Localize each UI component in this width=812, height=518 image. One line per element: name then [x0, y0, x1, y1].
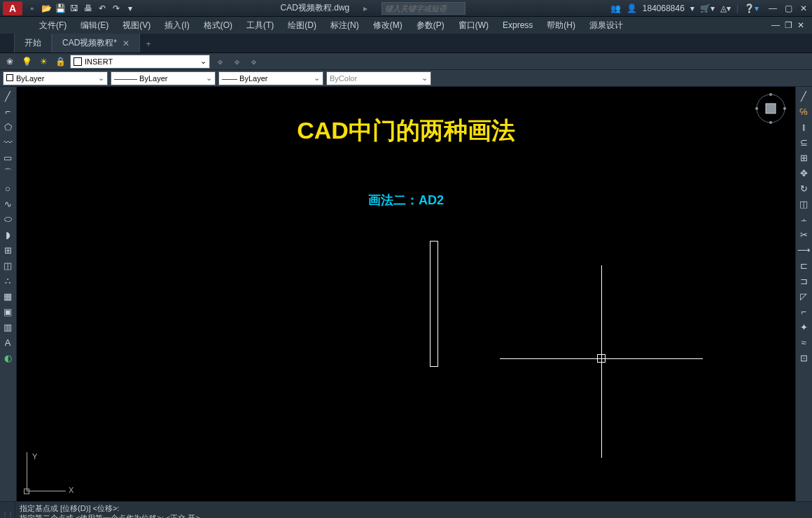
menu-insert[interactable]: 插入(I) — [158, 17, 196, 34]
modify-toolbar: ╱ ℅ ⫿ ⊆ ⊞ ✥ ↻ ◫ ⫠ ✂ ⟶ ⊏ ⊐ ◸ ⌐ ✦ ≈ ⊡ — [795, 87, 812, 501]
command-handle[interactable]: ⋮⋮✕ — [0, 502, 15, 518]
menu-format[interactable]: 格式(O) — [197, 17, 239, 34]
qat-more-icon[interactable]: ▾ — [125, 3, 136, 14]
menu-dimension[interactable]: 标注(N) — [323, 17, 366, 34]
array-icon[interactable]: ⊞ — [796, 150, 811, 165]
join-icon[interactable]: ⊐ — [796, 273, 811, 288]
tab-start[interactable]: 开始 — [14, 33, 52, 52]
help-icon[interactable]: ❔▾ — [744, 4, 759, 13]
app-icon[interactable]: ◬▾ — [720, 4, 731, 13]
hatch-icon[interactable]: ▦ — [0, 288, 15, 304]
menu-draw[interactable]: 绘图(D) — [281, 17, 323, 34]
linetype-combo[interactable]: ——— ByLayer⌄ — [111, 71, 216, 85]
close-icon[interactable]: ✕ — [798, 3, 809, 14]
more-icon[interactable]: ≈ — [796, 335, 811, 350]
drawing-canvas[interactable]: CAD中门的两种画法 画法二：AD2 Y X — [17, 87, 795, 501]
doc-restore-icon[interactable]: ❐ — [783, 20, 794, 31]
stretch-icon[interactable]: ⫠ — [796, 211, 811, 227]
polyline-icon[interactable]: ⌐ — [0, 104, 15, 119]
svg-point-2 — [769, 93, 772, 96]
offset-icon[interactable]: ⊆ — [796, 134, 811, 150]
open-icon[interactable]: 📂 — [41, 3, 52, 14]
new-icon[interactable]: ▫ — [27, 3, 38, 14]
trim-icon[interactable]: ✂ — [796, 227, 811, 242]
saveas-icon[interactable]: 🖫 — [69, 3, 80, 14]
menu-parametric[interactable]: 参数(P) — [410, 17, 451, 34]
point-icon[interactable]: ∴ — [0, 273, 15, 288]
layer-freeze-icon[interactable]: ☀ — [36, 55, 50, 69]
chamfer-icon[interactable]: ◸ — [796, 288, 811, 304]
copy-icon[interactable]: ℅ — [796, 104, 811, 119]
tab-close-icon[interactable]: ✕ — [122, 38, 130, 48]
plotstyle-combo[interactable]: ByColor⌄ — [326, 71, 431, 85]
layer-lock-icon[interactable]: 🔒 — [53, 55, 67, 69]
document-title: CAD视频教程.dwg — [281, 2, 350, 14]
save-icon[interactable]: 💾 — [55, 3, 66, 14]
rotate-icon[interactable]: ↻ — [796, 181, 811, 196]
spline-icon[interactable]: ∿ — [0, 196, 15, 211]
search-input[interactable] — [382, 2, 465, 15]
layer-on-icon[interactable]: 💡 — [20, 55, 34, 69]
ellipsearc-icon[interactable]: ◗ — [0, 227, 15, 242]
app-logo[interactable]: A — [3, 1, 22, 15]
lineweight-combo[interactable]: —— ByLayer⌄ — [218, 71, 323, 85]
layer-tool1-icon[interactable]: ⟐ — [213, 55, 227, 69]
extend-icon[interactable]: ⟶ — [796, 242, 811, 258]
plot-icon[interactable]: 🖶 — [83, 3, 94, 14]
text-icon[interactable]: A — [0, 335, 15, 350]
viewcube[interactable] — [753, 91, 788, 126]
user-dropdown-icon[interactable]: ▾ — [690, 4, 694, 13]
undo-icon[interactable]: ↶ — [97, 3, 108, 14]
properties-toolbar: ByLayer⌄ ——— ByLayer⌄ —— ByLayer⌄ ByColo… — [0, 70, 812, 87]
menu-help[interactable]: 帮助(H) — [540, 17, 582, 34]
menu-express[interactable]: Express — [496, 17, 540, 34]
tool-extra-icon[interactable]: ◐ — [0, 350, 15, 365]
move-icon[interactable]: ✥ — [796, 165, 811, 181]
mirror-icon[interactable]: ⫿ — [796, 119, 811, 134]
tab-document[interactable]: CAD视频教程* ✕ — [52, 33, 140, 52]
user-name[interactable]: 184068846 — [643, 4, 685, 13]
redo-icon[interactable]: ↷ — [111, 3, 122, 14]
extra-icon[interactable]: ⊡ — [796, 350, 811, 365]
minimize-icon[interactable]: — — [767, 3, 778, 14]
insert-icon[interactable]: ⊞ — [0, 242, 15, 258]
erase-icon[interactable]: ╱ — [796, 88, 811, 104]
scale-icon[interactable]: ◫ — [796, 196, 811, 211]
break-icon[interactable]: ⊏ — [796, 258, 811, 273]
explode-icon[interactable]: ✦ — [796, 319, 811, 335]
region-icon[interactable]: ▣ — [0, 304, 15, 319]
fillet-icon[interactable]: ⌐ — [796, 304, 811, 319]
menu-tools[interactable]: 工具(T) — [239, 17, 281, 34]
layer-combo[interactable]: INSERT ⌄ — [70, 55, 210, 69]
command-history[interactable]: 指定基点或 [位移(D)] <位移>: 指定第二个点或 <使用第一个点作为位移>… — [15, 502, 812, 518]
color-combo[interactable]: ByLayer⌄ — [3, 71, 108, 85]
arc-icon[interactable]: ⌒ — [0, 165, 15, 181]
user-icon[interactable]: 👤 — [626, 4, 637, 13]
ellipse-icon[interactable]: ⬭ — [0, 211, 15, 227]
circle-icon[interactable]: ○ — [0, 181, 15, 196]
door-rectangle — [430, 241, 438, 367]
layer-properties-icon[interactable]: ❀ — [3, 55, 17, 69]
menu-source[interactable]: 源泉设计 — [582, 17, 630, 34]
layer-tool2-icon[interactable]: ⟐ — [230, 55, 244, 69]
menu-modify[interactable]: 修改(M) — [366, 17, 410, 34]
rectangle-icon[interactable]: ▭ — [0, 150, 15, 165]
maximize-icon[interactable]: ▢ — [783, 3, 794, 14]
doc-minimize-icon[interactable]: — — [770, 20, 781, 31]
pline-icon[interactable]: 〰 — [0, 134, 15, 150]
menu-window[interactable]: 窗口(W) — [451, 17, 496, 34]
table-icon[interactable]: ▥ — [0, 319, 15, 335]
svg-point-3 — [769, 121, 772, 124]
menu-file[interactable]: 文件(F) — [32, 17, 74, 34]
doc-close-icon[interactable]: ✕ — [795, 20, 806, 31]
menu-view[interactable]: 视图(V) — [115, 17, 158, 34]
line-icon[interactable]: ╱ — [0, 88, 15, 104]
svg-point-4 — [755, 107, 758, 110]
menu-edit[interactable]: 编辑(E) — [74, 17, 115, 34]
block-icon[interactable]: ◫ — [0, 258, 15, 273]
tab-add-icon[interactable]: + — [140, 36, 157, 52]
polygon-icon[interactable]: ⬠ — [0, 119, 15, 134]
cart-icon[interactable]: 🛒▾ — [700, 4, 715, 13]
share-icon[interactable]: 👥 — [610, 4, 621, 13]
layer-tool3-icon[interactable]: ⟐ — [246, 55, 260, 69]
